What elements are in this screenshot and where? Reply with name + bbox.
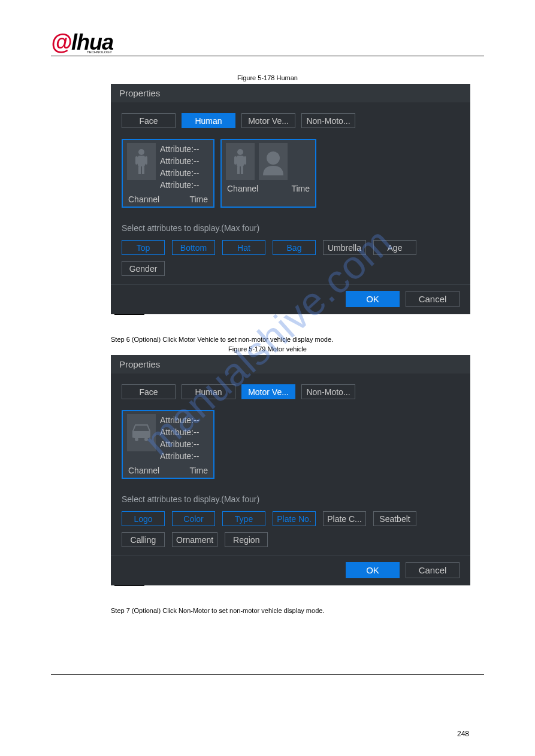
- car-icon: [127, 414, 156, 451]
- logo: @lhua TECHNOLOGY: [51, 30, 484, 54]
- attr-umbrella[interactable]: Umbrella: [323, 240, 366, 255]
- attr-age[interactable]: Age: [373, 240, 416, 255]
- properties-dialog-motor: Properties Face Human Motor Ve... Non-Mo…: [111, 355, 470, 585]
- attr-gender[interactable]: Gender: [122, 261, 165, 276]
- tab-motor[interactable]: Motor Ve...: [241, 384, 295, 399]
- attr-color[interactable]: Color: [172, 511, 215, 526]
- attribute-buttons: Logo Color Type Plate No. Plate C... Sea…: [122, 511, 460, 547]
- tabs: Face Human Motor Ve... Non-Moto...: [122, 384, 460, 399]
- person-icon: [226, 143, 255, 180]
- svg-point-12: [267, 151, 280, 165]
- figure-underline: [114, 585, 144, 586]
- header-divider: [51, 56, 484, 56]
- attr-ornament[interactable]: Ornament: [172, 532, 217, 547]
- step-7-label: Step 7 (Optional) Click Non-Motor to set…: [111, 607, 484, 614]
- svg-rect-9: [241, 166, 243, 174]
- tab-nonmotor[interactable]: Non-Moto...: [301, 384, 355, 399]
- tab-motor[interactable]: Motor Ve...: [241, 113, 295, 128]
- svg-point-6: [237, 149, 243, 155]
- ok-button[interactable]: OK: [346, 291, 400, 307]
- attr-hat[interactable]: Hat: [222, 240, 265, 255]
- select-attributes-instruction: Select attributes to display.(Max four): [122, 223, 460, 233]
- svg-rect-2: [138, 166, 141, 174]
- attr-seatbelt[interactable]: Seatbelt: [373, 511, 416, 526]
- svg-rect-7: [237, 156, 244, 166]
- tab-human[interactable]: Human: [182, 384, 235, 399]
- attr-top[interactable]: Top: [122, 240, 165, 255]
- select-attributes-instruction: Select attributes to display.(Max four): [122, 494, 460, 504]
- footer-divider: [51, 674, 484, 675]
- svg-rect-13: [133, 431, 150, 438]
- tab-face[interactable]: Face: [122, 384, 176, 399]
- svg-rect-3: [142, 166, 144, 174]
- svg-rect-10: [234, 156, 237, 165]
- preview-card-thumbs[interactable]: Channel Time: [220, 139, 316, 208]
- card-channel-label: Channel: [128, 466, 159, 475]
- card-time-label: Time: [291, 184, 310, 193]
- head-icon: [259, 143, 288, 180]
- person-icon: [127, 143, 156, 180]
- card-time-label: Time: [189, 195, 208, 204]
- step-6-label: Step 6 (Optional) Click Motor Vehicle to…: [111, 336, 484, 343]
- figure-label-1: Figure 5-178 Human: [51, 74, 484, 81]
- svg-rect-1: [138, 156, 145, 166]
- figure-label-2: Figure 5-179 Motor vehicle: [51, 345, 484, 353]
- figure-underline: [114, 314, 144, 315]
- svg-rect-5: [145, 156, 147, 165]
- dialog-title: Properties: [111, 355, 470, 374]
- svg-rect-11: [244, 156, 246, 165]
- cancel-button[interactable]: Cancel: [406, 562, 460, 578]
- page-number: 248: [457, 730, 469, 738]
- attr-bag[interactable]: Bag: [273, 240, 316, 255]
- svg-rect-4: [135, 156, 138, 165]
- tab-face[interactable]: Face: [122, 113, 176, 128]
- attr-plate-no[interactable]: Plate No.: [273, 511, 316, 526]
- attr-bottom[interactable]: Bottom: [172, 240, 215, 255]
- attr-type[interactable]: Type: [222, 511, 265, 526]
- tabs: Face Human Motor Ve... Non-Moto...: [122, 113, 460, 128]
- svg-point-0: [138, 149, 144, 155]
- preview-card-attributes[interactable]: Attribute:-- Attribute:-- Attribute:-- A…: [122, 410, 214, 479]
- attr-plate-color[interactable]: Plate C...: [323, 511, 366, 526]
- dialog-title: Properties: [111, 84, 470, 102]
- properties-dialog-human: Properties Face Human Motor Ve... Non-Mo…: [111, 84, 470, 314]
- svg-rect-8: [237, 166, 240, 174]
- attr-calling[interactable]: Calling: [122, 532, 165, 547]
- attr-region[interactable]: Region: [225, 532, 268, 547]
- attribute-list: Attribute:-- Attribute:-- Attribute:-- A…: [160, 143, 199, 191]
- cancel-button[interactable]: Cancel: [406, 291, 460, 307]
- ok-button[interactable]: OK: [346, 562, 400, 578]
- attribute-buttons: Top Bottom Hat Bag Umbrella Age Gender: [122, 240, 460, 276]
- attribute-list: Attribute:-- Attribute:-- Attribute:-- A…: [160, 414, 199, 462]
- card-time-label: Time: [189, 466, 208, 475]
- attr-logo[interactable]: Logo: [122, 511, 165, 526]
- preview-card-attributes[interactable]: Attribute:-- Attribute:-- Attribute:-- A…: [122, 139, 214, 208]
- tab-human[interactable]: Human: [182, 113, 235, 128]
- svg-point-15: [144, 438, 148, 441]
- card-channel-label: Channel: [227, 184, 258, 193]
- card-channel-label: Channel: [128, 195, 159, 204]
- tab-nonmotor[interactable]: Non-Moto...: [301, 113, 355, 128]
- svg-point-14: [135, 438, 138, 441]
